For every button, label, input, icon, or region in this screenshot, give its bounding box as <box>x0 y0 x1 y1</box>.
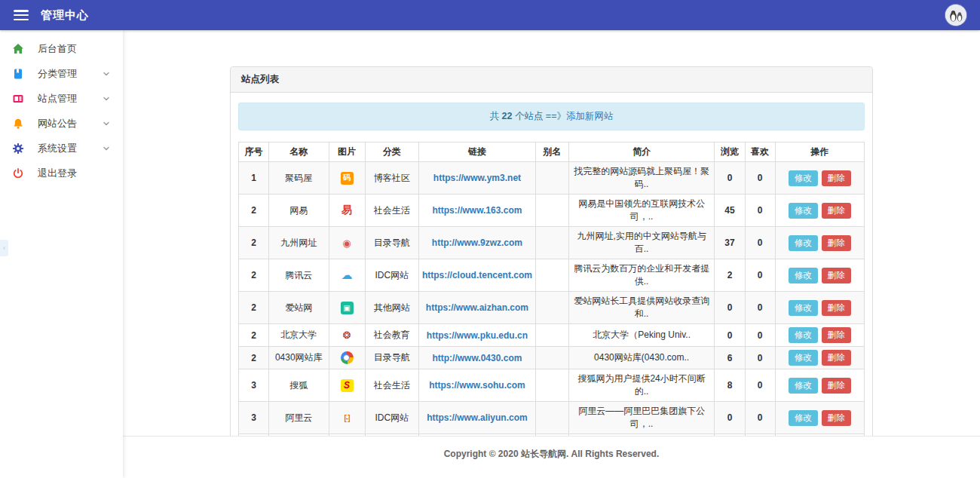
site-link[interactable]: https://www.ym3.net <box>433 173 521 183</box>
sidebar-item-1[interactable]: 后台首页 <box>0 36 123 61</box>
cell-actions: 修改删除 <box>775 292 864 324</box>
cell-alias <box>535 402 568 434</box>
sidebar-item-3[interactable]: 站点管理 <box>0 86 123 111</box>
cell-link: http://www.0430.com <box>418 347 535 369</box>
power-icon <box>12 167 24 179</box>
cell-index: 2 <box>239 324 269 347</box>
column-header: 序号 <box>239 142 269 162</box>
cell-description: 0430网站库(0430.com.. <box>568 347 715 369</box>
cell-favicon: ▣ <box>329 292 365 324</box>
delete-button[interactable]: 删除 <box>822 327 851 343</box>
cell-favicon: ☁ <box>329 259 365 292</box>
site-link[interactable]: https://www.pku.edu.cn <box>427 330 528 341</box>
card-title: 站点列表 <box>231 67 872 93</box>
footer: Copyright © 2020 站长导航网. All Rights Reser… <box>123 436 980 478</box>
home-icon <box>12 43 24 55</box>
cell-site-name: 阿里云 <box>268 402 329 434</box>
delete-button[interactable]: 删除 <box>822 170 851 186</box>
cell-views: 2 <box>715 259 745 292</box>
table-row: 2网易易社会生活https://www.163.com网易是中国领先的互联网技术… <box>239 195 865 227</box>
bell-icon <box>12 118 24 130</box>
site-count: 22 <box>502 111 513 121</box>
sidebar-item-label: 分类管理 <box>38 67 77 81</box>
delete-button[interactable]: 删除 <box>822 268 851 283</box>
add-site-link[interactable]: 添加新网站 <box>566 111 614 121</box>
cell-alias <box>535 292 568 324</box>
table-row: 2九州网址◉目录导航http://www.9zwz.com九州网址,实用的中文网… <box>239 227 865 259</box>
delete-button[interactable]: 删除 <box>822 203 851 219</box>
site-link[interactable]: http://www.9zwz.com <box>432 237 522 248</box>
site-list-card: 站点列表 共 22 个站点 ==》添加新网站 序号名称图片分类链接别名简介浏览喜… <box>230 66 873 436</box>
delete-button[interactable]: 删除 <box>822 300 851 316</box>
column-header: 喜欢 <box>745 142 775 162</box>
site-link[interactable]: http://www.0430.com <box>432 353 522 363</box>
sidebar-collapse-handle[interactable]: ‹ <box>0 240 8 256</box>
edit-button[interactable]: 修改 <box>789 378 818 394</box>
sohu-favicon: S <box>341 379 354 392</box>
edit-button[interactable]: 修改 <box>789 170 818 186</box>
edit-button[interactable]: 修改 <box>789 327 818 343</box>
sidebar-item-2[interactable]: 分类管理 <box>0 61 123 86</box>
column-header: 链接 <box>418 142 535 162</box>
sidebar-item-label: 退出登录 <box>38 167 77 180</box>
site-link[interactable]: https://www.163.com <box>432 205 522 216</box>
cell-index: 2 <box>239 195 269 227</box>
cell-favicon: 易 <box>329 195 365 227</box>
cell-link: https://www.aliyun.com <box>418 402 535 434</box>
site-link[interactable]: https://www.aliyun.com <box>427 412 528 423</box>
site-icon <box>12 93 24 105</box>
count-suffix: 个站点 ==》 <box>512 111 566 121</box>
cell-link: http://www.9zwz.com <box>418 227 535 259</box>
site-link[interactable]: https://cloud.tencent.com <box>422 270 532 280</box>
delete-button[interactable]: 删除 <box>822 350 851 366</box>
edit-button[interactable]: 修改 <box>789 235 818 251</box>
0430-favicon <box>341 351 354 364</box>
cell-category: 社会教育 <box>365 324 418 347</box>
cell-index: 3 <box>239 402 269 434</box>
cell-description: 找完整的网站源码就上聚码屋！聚码.. <box>568 162 715 195</box>
delete-button[interactable]: 删除 <box>822 235 851 251</box>
edit-button[interactable]: 修改 <box>789 410 818 426</box>
edit-button[interactable]: 修改 <box>789 268 818 283</box>
cell-description: 腾讯云为数百万的企业和开发者提供.. <box>568 259 715 292</box>
cell-index: 1 <box>239 162 269 195</box>
cell-actions: 修改删除 <box>775 369 864 402</box>
category-icon <box>12 68 24 80</box>
cell-likes: 0 <box>745 347 775 369</box>
site-link[interactable]: https://www.aizhan.com <box>426 302 528 313</box>
user-avatar[interactable] <box>945 5 966 26</box>
chevron-down-icon <box>102 144 111 153</box>
cell-alias <box>535 195 568 227</box>
cell-alias <box>535 369 568 402</box>
cell-views: 37 <box>715 227 745 259</box>
menu-toggle-icon[interactable] <box>14 10 29 20</box>
sidebar-item-5[interactable]: 系统设置 <box>0 136 123 161</box>
edit-button[interactable]: 修改 <box>789 203 818 219</box>
table-row: 3搜狐S社会生活https://www.sohu.com搜狐网为用户提供24小时… <box>239 369 865 402</box>
column-header: 分类 <box>365 142 418 162</box>
cell-views: 0 <box>715 292 745 324</box>
delete-button[interactable]: 删除 <box>822 410 851 426</box>
site-link[interactable]: https://www.sohu.com <box>429 380 525 391</box>
top-bar: 管理中心 <box>0 0 980 30</box>
sidebar-item-6[interactable]: 退出登录 <box>0 161 123 185</box>
avatar-image <box>945 5 966 26</box>
count-prefix: 共 <box>490 111 502 121</box>
column-header: 别名 <box>535 142 568 162</box>
cell-category: 其他网站 <box>365 292 418 324</box>
edit-button[interactable]: 修改 <box>789 350 818 366</box>
cell-link: https://cloud.tencent.com <box>418 259 535 292</box>
chevron-down-icon <box>102 119 111 128</box>
cell-link: https://www.pku.edu.cn <box>418 324 535 347</box>
cell-index: 3 <box>239 369 269 402</box>
delete-button[interactable]: 删除 <box>822 378 851 394</box>
cell-views: 0 <box>715 162 745 195</box>
sidebar-item-4[interactable]: 网站公告 <box>0 111 123 136</box>
cell-actions: 修改删除 <box>775 347 864 369</box>
cell-index: 2 <box>239 259 269 292</box>
cell-alias <box>535 259 568 292</box>
table-row: 2北京大学❂社会教育https://www.pku.edu.cn北京大学（Pek… <box>239 324 865 347</box>
cell-site-name: 北京大学 <box>268 324 329 347</box>
cell-favicon <box>329 347 365 369</box>
edit-button[interactable]: 修改 <box>789 300 818 316</box>
